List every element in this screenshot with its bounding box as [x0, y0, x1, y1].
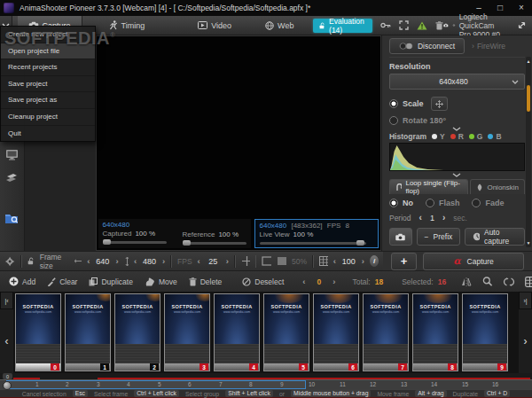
key-button[interactable]: [380, 22, 391, 28]
prefix-button[interactable]: − Prefix: [417, 228, 461, 246]
tab-onionskin[interactable]: Onionskin: [470, 179, 525, 194]
height-increase-button[interactable]: ›: [162, 256, 165, 266]
evaluation-badge[interactable]: Evaluation (14): [313, 19, 372, 33]
panel-scrollbar[interactable]: ▲ ▼: [526, 57, 531, 247]
hint-key: Middle mouse button + drag: [291, 390, 371, 397]
go-first-frame-button[interactable]: |‹: [0, 292, 13, 309]
fullscreen-button[interactable]: [399, 20, 409, 30]
mirror-button[interactable]: [461, 277, 472, 286]
clear-button[interactable]: Clear: [47, 277, 77, 286]
slider-handle[interactable]: [356, 240, 364, 246]
grid-view-button[interactable]: [525, 277, 532, 287]
add-button[interactable]: Add: [9, 277, 35, 286]
slider-handle[interactable]: [183, 240, 191, 246]
capture-button[interactable]: α Capture: [423, 253, 524, 270]
collapse-section-button[interactable]: [389, 173, 525, 177]
menu-item-save-project[interactable]: Save project: [1, 75, 95, 92]
filmstrip-frame[interactable]: SOFTPEDIAwww.softpedia.com 0: [15, 293, 61, 371]
layers-button[interactable]: [4, 173, 19, 183]
project-browser-button[interactable]: [4, 212, 20, 225]
firewire-button[interactable]: › FireWire: [472, 42, 505, 51]
reference-opacity-slider[interactable]: [183, 242, 246, 245]
grid-icon[interactable]: [319, 256, 328, 266]
resize-handle[interactable]: [517, 20, 527, 30]
monitor-button[interactable]: [5, 149, 19, 160]
close-button[interactable]: ×: [511, 0, 532, 16]
filmstrip-frame[interactable]: SOFTPEDIAwww.softpedia.com 2: [114, 293, 160, 371]
info-button[interactable]: i: [370, 255, 379, 267]
scrubber-handle[interactable]: [3, 381, 12, 390]
flash-option-no[interactable]: No: [389, 199, 413, 207]
live-view-slider[interactable]: [260, 242, 366, 245]
channel-r-toggle[interactable]: R: [450, 132, 464, 141]
crosshair-plus-icon[interactable]: [241, 255, 250, 267]
delete-button[interactable]: Delete: [189, 277, 223, 286]
padlock-open-icon[interactable]: [27, 256, 35, 266]
trash-button[interactable]: [435, 21, 443, 30]
capture-glyph-icon: α: [453, 255, 460, 267]
scroll-left-button[interactable]: ‹: [5, 309, 9, 373]
frame-filled-icon[interactable]: [277, 256, 286, 266]
fps-decrease-button[interactable]: ‹: [198, 256, 200, 266]
tab-web[interactable]: Web: [254, 16, 304, 35]
menu-item-quit[interactable]: Quit: [1, 125, 95, 142]
add-frame-button[interactable]: +: [391, 253, 417, 270]
snapshot-button[interactable]: [389, 228, 412, 246]
frame-prev-button[interactable]: ‹: [302, 277, 305, 286]
channel-y-toggle[interactable]: Y: [432, 132, 445, 141]
menu-item-save-project-as[interactable]: Save project as: [1, 91, 95, 108]
timeline-scrubber[interactable]: 1 2 3 4 5 6 7 8 9 10 11 12 13 14 15 16: [0, 379, 532, 389]
width-decrease-button[interactable]: ‹: [87, 256, 90, 266]
duplicate-button[interactable]: Duplicate: [89, 277, 132, 286]
swap-button[interactable]: [504, 277, 514, 286]
zoom-frames-button[interactable]: [482, 277, 493, 286]
filmstrip-frame[interactable]: SOFTPEDIAwww.softpedia.com 5: [263, 293, 309, 371]
grid-increase-button[interactable]: ›: [362, 256, 364, 266]
height-decrease-button[interactable]: ‹: [134, 256, 137, 266]
scale-radio[interactable]: [389, 99, 398, 108]
filmstrip-frame[interactable]: SOFTPEDIAwww.softpedia.com 3: [164, 293, 210, 371]
gear-icon[interactable]: [4, 254, 15, 269]
grid-decrease-button[interactable]: ‹: [333, 256, 336, 266]
tab-loop-single[interactable]: Loop single (Flip-flop): [389, 179, 468, 194]
filmstrip-left-nav: |‹ ‹: [0, 292, 13, 373]
go-last-frame-button[interactable]: ›|: [519, 292, 532, 309]
move-button[interactable]: Move: [145, 277, 177, 286]
menu-item-recent-projects[interactable]: Recent projects: [1, 59, 95, 75]
tab-video[interactable]: Video: [187, 16, 242, 35]
current-frame-marker[interactable]: 0: [3, 373, 12, 379]
menu-item-cleanup-project[interactable]: Cleanup project: [1, 108, 95, 125]
filmstrip-frame[interactable]: SOFTPEDIAwww.softpedia.com 1: [65, 293, 111, 371]
rotate-radio[interactable]: [389, 116, 398, 125]
frame-outline-icon[interactable]: [262, 256, 271, 266]
filmstrip-frame[interactable]: SOFTPEDIAwww.softpedia.com 7: [363, 293, 409, 371]
auto-capture-button[interactable]: Auto capture: [465, 228, 525, 246]
warning-button[interactable]: [417, 21, 427, 30]
scrollbar-thumb[interactable]: [527, 85, 530, 112]
filmstrip-frame[interactable]: SOFTPEDIAwww.softpedia.com 9: [462, 293, 508, 371]
deselect-button[interactable]: Deselect: [242, 277, 284, 286]
captured-opacity-slider[interactable]: [103, 241, 167, 244]
filmstrip-frame[interactable]: SOFTPEDIAwww.softpedia.com 4: [214, 293, 260, 371]
fps-increase-button[interactable]: ›: [226, 256, 229, 266]
disconnect-button[interactable]: Disconnect: [389, 38, 465, 54]
channel-g-toggle[interactable]: G: [469, 132, 483, 141]
pan-button[interactable]: [431, 97, 448, 111]
filmstrip-frame[interactable]: SOFTPEDIAwww.softpedia.com 8: [412, 293, 458, 371]
collapse-section-button[interactable]: [389, 127, 525, 131]
width-increase-button[interactable]: ›: [115, 256, 118, 266]
hint-key: Alt + drag: [415, 390, 446, 397]
channel-b-toggle[interactable]: B: [488, 132, 501, 141]
resolution-dropdown[interactable]: 640x480: [389, 74, 525, 90]
filmstrip-frame[interactable]: SOFTPEDIAwww.softpedia.com 6: [313, 293, 359, 371]
timeline-tick: 16: [492, 381, 498, 387]
scroll-right-button[interactable]: ›: [524, 309, 528, 373]
flash-option-fade[interactable]: Fade: [472, 199, 504, 207]
period-decrease-button[interactable]: ‹: [419, 213, 422, 222]
selected-range[interactable]: [6, 380, 306, 389]
camera-device[interactable]: Logitech QuickCam Pro 9000 #0: [443, 12, 506, 39]
period-increase-button[interactable]: ›: [442, 213, 445, 222]
flash-option-flash[interactable]: Flash: [426, 199, 460, 207]
frame-next-button[interactable]: ›: [332, 277, 335, 286]
slider-handle[interactable]: [103, 239, 111, 245]
